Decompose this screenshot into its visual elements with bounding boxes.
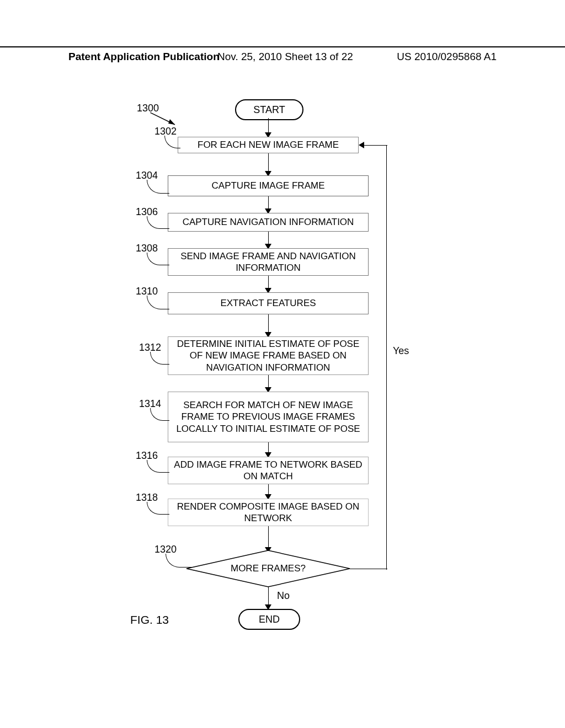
ref-curve-icon: [147, 502, 169, 515]
connector: [268, 276, 269, 289]
connector: [268, 484, 269, 495]
yes-label: Yes: [393, 345, 409, 357]
step-1310-label: EXTRACT FEATURES: [220, 297, 316, 309]
ref-curve-icon: [147, 216, 169, 229]
ref-curve-icon: [166, 554, 193, 568]
start-label: START: [253, 104, 285, 116]
figure-label: FIG. 13: [130, 613, 169, 627]
ref-curve-icon: [150, 408, 169, 421]
connector: [268, 587, 269, 606]
end-terminator: END: [238, 609, 300, 630]
ref-curve-icon: [147, 460, 169, 473]
step-1302-label: FOR EACH NEW IMAGE FRAME: [198, 139, 339, 151]
connector: [268, 118, 269, 133]
connector: [268, 526, 269, 548]
ref-curve-icon: [147, 253, 169, 265]
header-left: Patent Application Publication: [68, 51, 220, 63]
no-label: No: [277, 590, 290, 602]
connector: [364, 145, 387, 146]
connector: [268, 314, 269, 333]
step-1306: CAPTURE NAVIGATION INFORMATION: [168, 213, 369, 232]
step-1304-label: CAPTURE IMAGE FRAME: [212, 180, 325, 191]
step-1302: FOR EACH NEW IMAGE FRAME: [178, 137, 359, 153]
step-1308: SEND IMAGE FRAME AND NAVIGATION INFORMAT…: [168, 248, 369, 276]
header-mid: Nov. 25, 2010 Sheet 13 of 22: [217, 51, 353, 63]
connector: [350, 569, 387, 569]
connector: [268, 196, 269, 210]
connector: [268, 442, 269, 453]
step-1318-label: RENDER COMPOSITE IMAGE BASED ON NETWORK: [172, 501, 365, 524]
step-1318: RENDER COMPOSITE IMAGE BASED ON NETWORK: [168, 499, 369, 526]
connector: [268, 153, 269, 172]
decision-1320-label: MORE FRAMES?: [231, 563, 306, 574]
step-1304: CAPTURE IMAGE FRAME: [168, 175, 369, 196]
decision-1320: MORE FRAMES?: [185, 549, 351, 588]
connector: [268, 375, 269, 388]
step-1316: ADD IMAGE FRAME TO NETWORK BASED ON MATC…: [168, 457, 369, 484]
step-1312: DETERMINE INITIAL ESTIMATE OF POSE OF NE…: [168, 336, 369, 375]
step-1306-label: CAPTURE NAVIGATION INFORMATION: [183, 216, 354, 228]
step-1312-label: DETERMINE INITIAL ESTIMATE OF POSE OF NE…: [172, 338, 365, 373]
step-1308-label: SEND IMAGE FRAME AND NAVIGATION INFORMAT…: [172, 250, 365, 274]
ref-curve-icon: [150, 352, 169, 365]
arrow-left-icon: [359, 142, 364, 148]
flowchart: START 1300 FOR EACH NEW IMAGE FRAME 1302…: [0, 88, 565, 706]
ref-curve-icon: [164, 136, 180, 148]
end-label: END: [259, 614, 280, 625]
ref-curve-icon: [147, 296, 169, 309]
step-1314: SEARCH FOR MATCH OF NEW IMAGE FRAME TO P…: [168, 392, 369, 442]
step-1316-label: ADD IMAGE FRAME TO NETWORK BASED ON MATC…: [172, 459, 365, 483]
step-1314-label: SEARCH FOR MATCH OF NEW IMAGE FRAME TO P…: [172, 399, 365, 435]
svg-marker-1: [168, 119, 175, 125]
start-terminator: START: [235, 99, 303, 120]
header-right: US 2010/0295868 A1: [397, 51, 497, 63]
step-1310: EXTRACT FEATURES: [168, 292, 369, 314]
connector: [268, 232, 269, 245]
connector: [386, 145, 387, 570]
ref-curve-icon: [147, 180, 169, 194]
page-header: Patent Application Publication Nov. 25, …: [0, 46, 565, 51]
